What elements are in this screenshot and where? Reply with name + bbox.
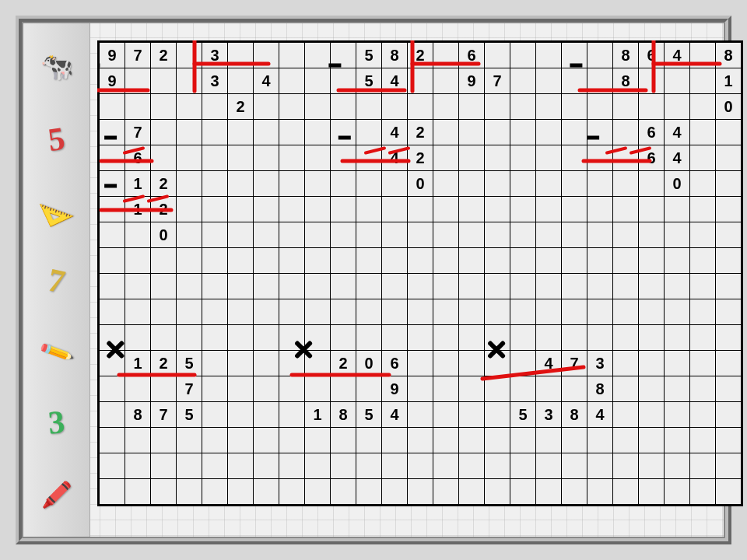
grid-cell [510, 453, 536, 479]
grid-cell: 2 [408, 145, 433, 171]
grid-cell [125, 222, 151, 248]
grid-cell [485, 43, 510, 68]
grid-cell [279, 325, 305, 351]
grid-cell [459, 351, 485, 376]
grid-cell [331, 222, 356, 248]
grid-cell [433, 274, 459, 299]
grid-cell [459, 299, 485, 325]
grid-cell: 8 [716, 43, 742, 68]
grid-cell [690, 428, 716, 453]
grid-cell [510, 145, 536, 171]
grid-cell: 2 [228, 94, 254, 120]
grid-cell: 5 [356, 43, 382, 68]
grid-cell [562, 428, 587, 453]
grid-cell [279, 145, 305, 171]
decor-number-7: 7 [44, 261, 68, 300]
grid-cell [485, 120, 510, 145]
grid-cell: 2 [151, 197, 177, 222]
grid-cell [125, 479, 151, 505]
grid-cell: 8 [613, 43, 639, 68]
grid-cell [100, 402, 125, 428]
grid-cell [305, 68, 331, 94]
grid-cell [254, 145, 279, 171]
grid-cell [459, 274, 485, 299]
grid-cell [100, 120, 125, 145]
grid-cell: 0 [151, 222, 177, 248]
grid-cell [279, 68, 305, 94]
grid-cell [125, 428, 151, 453]
grid-cell [665, 274, 690, 299]
grid-cell: 7 [562, 351, 587, 376]
grid-cell [665, 299, 690, 325]
grid-cell [356, 453, 382, 479]
grid-cell [382, 325, 408, 351]
grid-cell: 3 [202, 43, 228, 68]
grid-cell [459, 376, 485, 402]
grid-cell [485, 222, 510, 248]
grid-cell [433, 248, 459, 274]
grid-cell [228, 222, 254, 248]
grid-cell [665, 453, 690, 479]
grid-cell [356, 274, 382, 299]
grid-cell [177, 428, 202, 453]
grid-cell [279, 197, 305, 222]
grid-cell [665, 351, 690, 376]
grid-cell [254, 325, 279, 351]
grid-cell [228, 120, 254, 145]
grid-cell [177, 325, 202, 351]
grid-cell: 9 [100, 68, 125, 94]
grid-cell [305, 248, 331, 274]
grid-cell [331, 197, 356, 222]
grid-cell [125, 376, 151, 402]
grid-cell [613, 402, 639, 428]
grid-cell [356, 171, 382, 197]
grid-cell [254, 376, 279, 402]
grid-cell [613, 94, 639, 120]
grid-cell [254, 299, 279, 325]
grid-cell [665, 428, 690, 453]
grid-cell: 9 [382, 376, 408, 402]
grid-cell [536, 197, 562, 222]
grid-cell [587, 479, 613, 505]
grid-cell [408, 197, 433, 222]
grid-cell [305, 274, 331, 299]
grid-cell [485, 299, 510, 325]
grid-cell [202, 222, 228, 248]
grid-cell: 4 [587, 402, 613, 428]
grid-cell [510, 171, 536, 197]
grid-cell [510, 428, 536, 453]
grid-cell [177, 145, 202, 171]
grid-cell [716, 274, 742, 299]
grid-cell: 3 [536, 402, 562, 428]
grid-cell: 4 [382, 68, 408, 94]
grid-cell: 4 [665, 145, 690, 171]
grid-cell [202, 453, 228, 479]
grid-cell [100, 145, 125, 171]
grid-cell [536, 222, 562, 248]
grid-cell [536, 479, 562, 505]
grid-cell [177, 479, 202, 505]
grid-cell [382, 274, 408, 299]
grid-cell [639, 428, 665, 453]
grid-cell [254, 43, 279, 68]
grid-cell [587, 94, 613, 120]
grid-cell [639, 402, 665, 428]
grid-cell [613, 171, 639, 197]
grid-cell [459, 94, 485, 120]
grid-cell [228, 171, 254, 197]
grid-cell: 3 [587, 351, 613, 376]
grid-cell [433, 325, 459, 351]
grid-cell: 7 [151, 402, 177, 428]
grid-cell [202, 197, 228, 222]
grid-cell [690, 171, 716, 197]
grid-cell [228, 402, 254, 428]
grid-cell [331, 428, 356, 453]
grid-cell [279, 120, 305, 145]
grid-cell [485, 94, 510, 120]
grid-cell [613, 197, 639, 222]
grid-cell [228, 376, 254, 402]
grid-cell [433, 197, 459, 222]
decor-sidebar: 🐄 5 📐 7 ✏️ 3 🖍️ [23, 23, 90, 537]
grid-cell [305, 428, 331, 453]
grid-cell [433, 68, 459, 94]
